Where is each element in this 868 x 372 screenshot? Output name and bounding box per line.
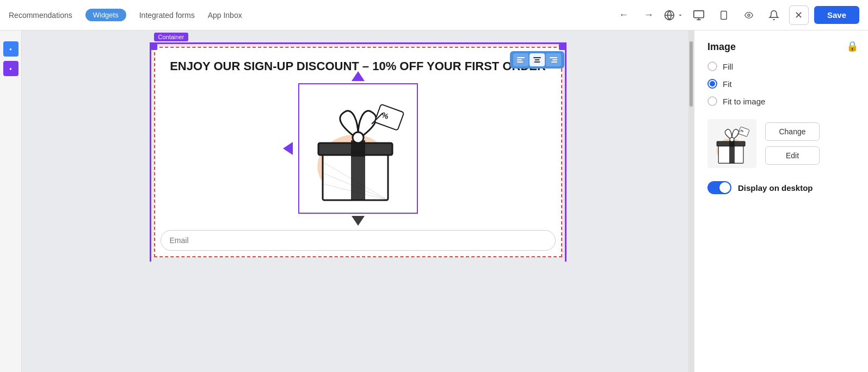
option-fit-to-image[interactable]: Fit to image [707, 96, 855, 106]
svg-rect-14 [550, 57, 557, 58]
close-button[interactable]: ✕ [789, 5, 809, 25]
image-block-inner: % [299, 84, 417, 213]
left-strip-item-1[interactable]: ● [3, 41, 19, 57]
image-arrow-up[interactable] [352, 71, 365, 81]
canvas-content: Container ENJOY OUR SIGN-UP DISCOUNT – 1… [143, 30, 573, 257]
display-desktop-row: Display on desktop [707, 181, 855, 194]
align-right-button[interactable] [546, 53, 561, 66]
image-arrow-left[interactable] [283, 142, 293, 155]
email-input-block [155, 230, 561, 256]
radio-fit-to-image[interactable] [707, 96, 717, 106]
language-button[interactable] [664, 10, 684, 21]
option-fill[interactable]: Fill [707, 61, 855, 71]
redo-button[interactable]: → [639, 5, 658, 25]
change-image-button[interactable]: Change [765, 122, 820, 141]
tab-integrated-forms[interactable]: Integrated forms [139, 9, 195, 22]
image-preview-row: % Change Edit [707, 119, 855, 168]
option-fit-label: Fit [723, 79, 732, 89]
main-area: ● ● [0, 30, 868, 372]
svg-point-7 [748, 14, 750, 16]
image-actions: Change Edit [765, 122, 820, 165]
email-content: ENJOY OUR SIGN-UP DISCOUNT – 10% OFF YOU… [155, 48, 561, 230]
container-label: Container [154, 33, 189, 41]
scrollbar-thumb[interactable] [690, 41, 693, 107]
svg-rect-34 [729, 145, 735, 163]
image-arrow-down[interactable] [352, 216, 365, 226]
svg-rect-12 [534, 59, 539, 60]
image-fit-options: Fill Fit Fit to image [707, 61, 855, 106]
svg-rect-13 [534, 61, 540, 63]
image-block[interactable]: % [298, 83, 418, 214]
canvas-area: Container ENJOY OUR SIGN-UP DISCOUNT – 1… [22, 30, 694, 372]
mobile-view-button[interactable] [714, 5, 734, 25]
image-thumbnail: % [707, 119, 756, 168]
desktop-view-button[interactable] [689, 5, 709, 25]
undo-button[interactable]: ← [614, 5, 633, 25]
email-input[interactable] [161, 230, 556, 251]
handle-top-left[interactable] [151, 44, 157, 50]
left-strip-item-2[interactable]: ● [3, 61, 19, 76]
preview-button[interactable] [739, 5, 759, 25]
svg-point-27 [353, 132, 364, 143]
display-desktop-toggle[interactable] [707, 181, 731, 194]
gift-illustration: % [306, 91, 410, 206]
lock-icon: 🔒 [846, 40, 858, 52]
align-center-button[interactable] [530, 53, 545, 66]
option-fit[interactable]: Fit [707, 79, 855, 89]
toolbar-tabs: Recommendations Widgets Integrated forms… [9, 9, 242, 22]
svg-rect-8 [517, 57, 525, 58]
option-fill-label: Fill [723, 62, 733, 71]
tab-widgets[interactable]: Widgets [85, 9, 126, 21]
tab-recommendations[interactable]: Recommendations [9, 9, 72, 22]
svg-rect-2 [694, 10, 704, 17]
tab-app-inbox[interactable]: App Inbox [208, 9, 242, 22]
toggle-thumb [719, 182, 730, 193]
panel-section-title: Image [707, 41, 855, 53]
handle-top-right[interactable] [559, 44, 565, 50]
save-button[interactable]: Save [814, 6, 859, 24]
svg-point-37 [730, 138, 734, 142]
svg-rect-9 [517, 59, 522, 60]
svg-rect-11 [533, 57, 541, 58]
svg-rect-10 [517, 61, 523, 63]
thumbnail-illustration: % [710, 122, 754, 165]
notify-button[interactable] [764, 5, 784, 25]
right-panel: 🔒 Image Fill Fit Fit to image [694, 30, 868, 372]
radio-fit[interactable] [707, 79, 717, 89]
radio-fill[interactable] [707, 61, 717, 71]
align-left-button[interactable] [513, 53, 528, 66]
align-toolbar [510, 51, 564, 69]
option-fit-to-image-label: Fit to image [723, 97, 765, 106]
toolbar-right: ← → ✕ Save [614, 5, 859, 25]
svg-rect-16 [551, 61, 557, 63]
scrollbar[interactable] [688, 30, 694, 372]
toolbar: Recommendations Widgets Integrated forms… [0, 0, 868, 30]
svg-rect-15 [552, 59, 557, 60]
left-sidebar: ● ● [0, 30, 22, 372]
display-desktop-label: Display on desktop [738, 183, 813, 193]
edit-image-button[interactable]: Edit [765, 146, 820, 165]
